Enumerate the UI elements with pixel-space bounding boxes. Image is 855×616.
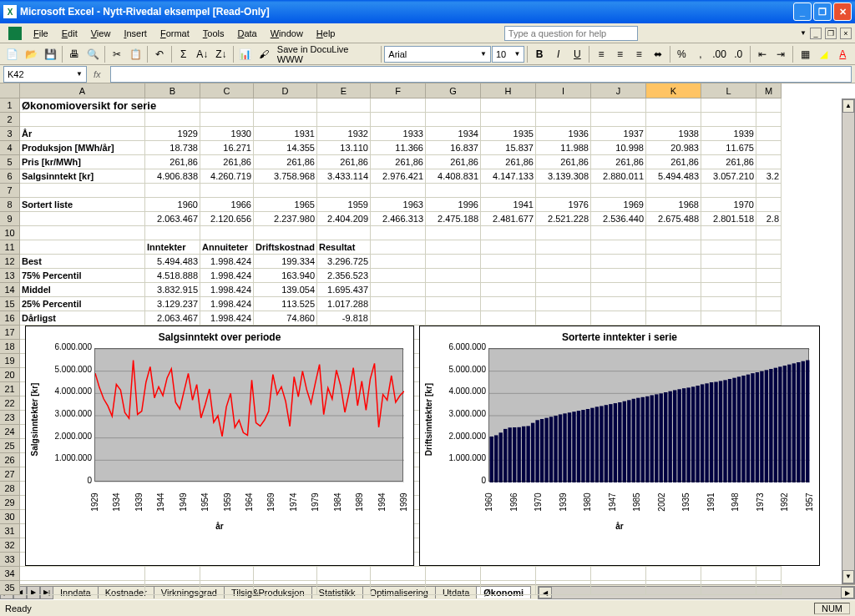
- cell-H34[interactable]: [481, 567, 536, 581]
- app-menu-icon[interactable]: [8, 27, 22, 40]
- menu-window[interactable]: Window: [264, 27, 310, 40]
- cell-E15[interactable]: 1.017.288: [317, 297, 371, 311]
- sort-desc-icon[interactable]: Z↓: [212, 45, 230, 63]
- col-header-D[interactable]: D: [254, 83, 317, 98]
- cell-D1[interactable]: [254, 98, 317, 113]
- cell-F34[interactable]: [371, 567, 426, 581]
- cell-E16[interactable]: -9.818: [317, 311, 371, 326]
- cell-C16[interactable]: 1.998.424: [200, 311, 254, 326]
- drawing-icon[interactable]: 🖌: [255, 45, 273, 63]
- cell-J5[interactable]: 261,86: [591, 155, 646, 169]
- cell-D3[interactable]: 1931: [254, 127, 317, 141]
- cell-C35[interactable]: [200, 581, 254, 595]
- save-icon[interactable]: 💾: [41, 45, 59, 63]
- cell-G2[interactable]: [426, 113, 481, 127]
- cell-K15[interactable]: [646, 297, 701, 311]
- cell-I34[interactable]: [536, 567, 591, 581]
- cell-D5[interactable]: 261,86: [254, 155, 317, 169]
- cell-L3[interactable]: 1939: [701, 127, 756, 141]
- cell-C34[interactable]: [200, 567, 254, 581]
- cell-M11[interactable]: [756, 240, 782, 255]
- select-all-button[interactable]: [0, 83, 20, 98]
- cell-G12[interactable]: [426, 255, 481, 269]
- cell-B2[interactable]: [145, 113, 200, 127]
- cell-A5[interactable]: Pris [kr/MWh]: [20, 155, 145, 169]
- cell-J3[interactable]: 1937: [591, 127, 646, 141]
- cell-B5[interactable]: 261,86: [145, 155, 200, 169]
- cell-D15[interactable]: 113.525: [254, 297, 317, 311]
- cell-G11[interactable]: [426, 240, 481, 255]
- cell-F16[interactable]: [371, 311, 426, 326]
- cell-J34[interactable]: [591, 567, 646, 581]
- cell-C6[interactable]: 4.260.719: [200, 169, 254, 184]
- cell-H3[interactable]: 1935: [481, 127, 536, 141]
- cell-B35[interactable]: [145, 581, 200, 595]
- cell-C15[interactable]: 1.998.424: [200, 297, 254, 311]
- cell-I2[interactable]: [536, 113, 591, 127]
- cell-F1[interactable]: [371, 98, 426, 113]
- cell-C2[interactable]: [200, 113, 254, 127]
- cell-L10[interactable]: [701, 226, 756, 240]
- row-header-11[interactable]: 11: [0, 240, 20, 255]
- col-header-G[interactable]: G: [426, 83, 481, 98]
- cell-M9[interactable]: 2.8: [756, 212, 782, 226]
- cell-L7[interactable]: [701, 184, 756, 198]
- name-box[interactable]: K42▼: [3, 66, 87, 83]
- cell-J15[interactable]: [591, 297, 646, 311]
- col-header-H[interactable]: H: [481, 83, 536, 98]
- cell-G8[interactable]: 1996: [426, 198, 481, 212]
- cell-L2[interactable]: [701, 113, 756, 127]
- cell-L6[interactable]: 3.057.210: [701, 169, 756, 184]
- italic-icon[interactable]: I: [549, 45, 568, 63]
- cell-A10[interactable]: [20, 226, 145, 240]
- row-header-13[interactable]: 13: [0, 269, 20, 283]
- cell-C7[interactable]: [200, 184, 254, 198]
- cell-B13[interactable]: 4.518.888: [145, 269, 200, 283]
- cell-H15[interactable]: [481, 297, 536, 311]
- row-header-34[interactable]: 34: [0, 567, 20, 581]
- cell-E12[interactable]: 3.296.725: [317, 255, 371, 269]
- cell-J1[interactable]: [591, 98, 646, 113]
- sort-asc-icon[interactable]: A↓: [193, 45, 211, 63]
- row-header-12[interactable]: 12: [0, 255, 20, 269]
- cell-M15[interactable]: [756, 297, 782, 311]
- chart-sorterte[interactable]: Sorterte inntekter i serie Driftsinntekt…: [419, 326, 820, 566]
- cell-F5[interactable]: 261,86: [371, 155, 426, 169]
- row-header-1[interactable]: 1: [0, 98, 20, 113]
- row-header-28[interactable]: 28: [0, 482, 20, 496]
- cell-A34[interactable]: [20, 567, 145, 581]
- cell-A35[interactable]: [20, 581, 145, 595]
- chart-salgsinntekt[interactable]: Salgsinntekt over periode Salgsinntekter…: [25, 326, 414, 566]
- cell-G5[interactable]: 261,86: [426, 155, 481, 169]
- row-header-20[interactable]: 20: [0, 368, 20, 382]
- cell-G7[interactable]: [426, 184, 481, 198]
- cell-M16[interactable]: [756, 311, 782, 326]
- row-header-24[interactable]: 24: [0, 425, 20, 439]
- menu-insert[interactable]: Insert: [117, 27, 154, 40]
- cell-G16[interactable]: [426, 311, 481, 326]
- menu-edit[interactable]: Edit: [55, 27, 84, 40]
- row-header-14[interactable]: 14: [0, 283, 20, 297]
- cell-M34[interactable]: [756, 567, 782, 581]
- row-header-33[interactable]: 33: [0, 553, 20, 567]
- cell-B9[interactable]: 2.063.467: [145, 212, 200, 226]
- cell-H8[interactable]: 1941: [481, 198, 536, 212]
- row-header-17[interactable]: 17: [0, 326, 20, 340]
- row-header-16[interactable]: 16: [0, 311, 20, 326]
- cell-G14[interactable]: [426, 283, 481, 297]
- cell-H2[interactable]: [481, 113, 536, 127]
- row-header-32[interactable]: 32: [0, 538, 20, 553]
- cell-H5[interactable]: 261,86: [481, 155, 536, 169]
- cell-I8[interactable]: 1976: [536, 198, 591, 212]
- cell-B3[interactable]: 1929: [145, 127, 200, 141]
- cell-I12[interactable]: [536, 255, 591, 269]
- cell-A2[interactable]: [20, 113, 145, 127]
- cell-K8[interactable]: 1968: [646, 198, 701, 212]
- cell-M2[interactable]: [756, 113, 782, 127]
- cell-L8[interactable]: 1970: [701, 198, 756, 212]
- cell-F3[interactable]: 1933: [371, 127, 426, 141]
- undo-icon[interactable]: ↶: [150, 45, 169, 63]
- cell-G35[interactable]: [426, 581, 481, 595]
- cell-D35[interactable]: [254, 581, 317, 595]
- cell-K3[interactable]: 1938: [646, 127, 701, 141]
